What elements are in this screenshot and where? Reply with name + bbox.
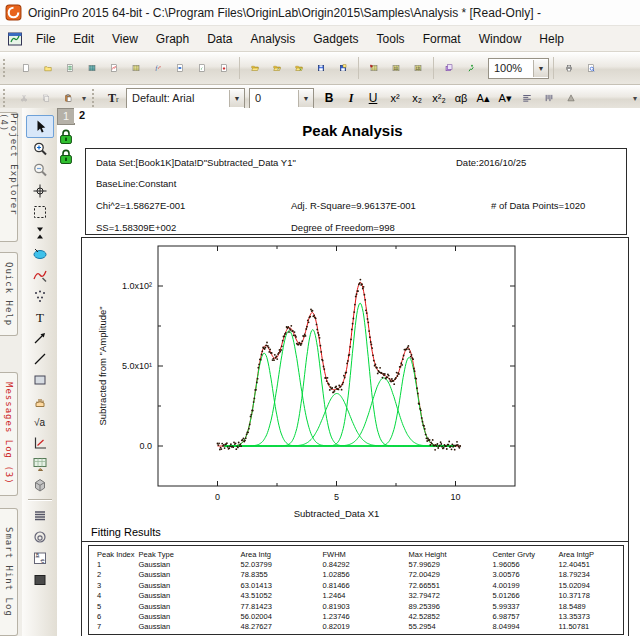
pan-hand-icon[interactable] bbox=[27, 390, 53, 411]
rotate-3d-icon[interactable] bbox=[27, 474, 53, 495]
italic-button[interactable]: I bbox=[340, 87, 362, 109]
save-icon[interactable] bbox=[310, 57, 332, 79]
font-name-value: Default: Arial bbox=[132, 92, 194, 104]
new-excel-icon[interactable] bbox=[125, 57, 147, 79]
screen-reader-icon[interactable] bbox=[27, 180, 53, 201]
unit-tool-icon[interactable]: BC bbox=[27, 547, 53, 568]
dock-tab-project-explorer[interactable]: Project Explorer (4) bbox=[0, 112, 18, 242]
menu-window[interactable]: Window bbox=[470, 29, 531, 49]
toolbar-grip[interactable] bbox=[92, 89, 98, 107]
lock-icon[interactable] bbox=[58, 148, 74, 166]
standard-toolbar-groups: f111121 bbox=[13, 57, 484, 79]
align-button[interactable] bbox=[516, 87, 538, 109]
font-color-button[interactable] bbox=[560, 87, 582, 109]
zoom-out-icon[interactable] bbox=[27, 159, 53, 180]
font-size-combobox[interactable]: 0 ▼ bbox=[249, 88, 314, 109]
underline-button[interactable]: U bbox=[362, 87, 384, 109]
new-template-icon[interactable] bbox=[213, 57, 235, 79]
greek-button[interactable]: αβ bbox=[450, 87, 472, 109]
toolbar-grip[interactable] bbox=[3, 89, 9, 107]
report-window: 1 2 Peak Analysis Data Set:[Book1K]Data!… bbox=[57, 108, 640, 636]
dock-tab-quick-help[interactable]: Quick Help bbox=[0, 252, 18, 336]
line-tool-icon[interactable] bbox=[27, 348, 53, 369]
rescale-tool-icon[interactable] bbox=[27, 432, 53, 453]
digitize-icon[interactable] bbox=[460, 57, 482, 79]
panel-list-icon[interactable] bbox=[27, 505, 53, 526]
super-subscript-button[interactable]: x²₂ bbox=[428, 87, 450, 109]
font-tool-icon[interactable]: Tr bbox=[102, 86, 126, 110]
menu-tools[interactable]: Tools bbox=[368, 29, 414, 49]
save-window-icon[interactable] bbox=[332, 57, 354, 79]
new-workbook-icon[interactable] bbox=[59, 57, 81, 79]
tools-toolbar: T√aBC bbox=[22, 108, 58, 636]
zoom-in-icon[interactable] bbox=[27, 138, 53, 159]
chevron-down-icon[interactable]: ▼ bbox=[533, 60, 548, 77]
menu-help[interactable]: Help bbox=[530, 29, 573, 49]
table-cell: 55.2954 bbox=[407, 622, 491, 632]
table-cell: 32.79472 bbox=[407, 591, 491, 601]
menu-format[interactable]: Format bbox=[414, 29, 470, 49]
import-multiple-icon[interactable]: 121 bbox=[407, 57, 429, 79]
print-preview-icon[interactable] bbox=[580, 57, 602, 79]
region-select-icon[interactable] bbox=[27, 201, 53, 222]
layer-tool-icon[interactable] bbox=[27, 453, 53, 474]
increase-font-button[interactable]: A▴ bbox=[472, 87, 494, 109]
report-page-tab-1[interactable]: 1 bbox=[57, 108, 75, 125]
report-page-tab-2[interactable]: 2 bbox=[74, 108, 90, 123]
subscript-button[interactable]: x₂ bbox=[406, 87, 428, 109]
new-graph-icon[interactable] bbox=[103, 57, 125, 79]
cut-icon[interactable] bbox=[13, 87, 35, 109]
chevron-down-icon[interactable]: ▼ bbox=[229, 90, 244, 107]
menu-file[interactable]: File bbox=[27, 29, 64, 49]
new-function-icon[interactable]: f bbox=[147, 57, 169, 79]
table-cell: Gaussian bbox=[137, 591, 239, 601]
copy-icon[interactable] bbox=[35, 87, 57, 109]
menu-analysis[interactable]: Analysis bbox=[242, 29, 305, 49]
new-layout-icon[interactable] bbox=[169, 57, 191, 79]
pointer-icon[interactable] bbox=[26, 115, 54, 138]
lock-icon[interactable] bbox=[58, 128, 74, 146]
print-icon[interactable] bbox=[558, 57, 580, 79]
table-cell: 0.84292 bbox=[321, 559, 407, 569]
duplicate-window-icon[interactable] bbox=[438, 57, 460, 79]
text-tool-icon[interactable]: T bbox=[27, 306, 53, 327]
superscript-button[interactable]: x² bbox=[384, 87, 406, 109]
menu-view[interactable]: View bbox=[103, 29, 147, 49]
toolbar-grip[interactable] bbox=[3, 59, 9, 77]
import-ascii-icon[interactable]: 111 bbox=[385, 57, 407, 79]
svg-text:10: 10 bbox=[450, 492, 460, 502]
vertical-text-button[interactable] bbox=[538, 87, 560, 109]
zoom-combobox[interactable]: 100% ▼ bbox=[488, 58, 549, 79]
vertical-move-icon[interactable] bbox=[27, 222, 53, 243]
dock-tab-messages-log[interactable]: Messages Log (3) bbox=[0, 372, 18, 496]
chevron-down-icon[interactable]: ▼ bbox=[298, 90, 313, 107]
rectangle-tool-icon[interactable] bbox=[27, 369, 53, 390]
toolbar-options-chevron-icon[interactable]: ▾ bbox=[630, 94, 640, 103]
font-name-combobox[interactable]: Default: Arial ▼ bbox=[126, 88, 245, 109]
arrow-tool-icon[interactable] bbox=[27, 327, 53, 348]
draw-data-icon[interactable] bbox=[27, 264, 53, 285]
new-notes-icon[interactable] bbox=[191, 57, 213, 79]
new-project-icon[interactable] bbox=[15, 57, 37, 79]
new-matrix-icon[interactable] bbox=[81, 57, 103, 79]
dock-tab-smart-hint-log[interactable]: Smart Hint Log bbox=[0, 508, 18, 636]
menu-edit[interactable]: Edit bbox=[64, 29, 103, 49]
open-excel-icon[interactable] bbox=[288, 57, 310, 79]
dark-tool-icon[interactable] bbox=[27, 568, 53, 589]
menu-data[interactable]: Data bbox=[198, 29, 241, 49]
spiral-tool-icon[interactable] bbox=[27, 526, 53, 547]
data-dots-icon[interactable] bbox=[27, 285, 53, 306]
new-folder-icon[interactable] bbox=[37, 57, 59, 79]
decrease-font-button[interactable]: A▾ bbox=[494, 87, 516, 109]
menu-graph[interactable]: Graph bbox=[147, 29, 198, 49]
open-template-icon[interactable] bbox=[266, 57, 288, 79]
paste-icon[interactable] bbox=[57, 87, 79, 109]
menu-gadgets[interactable]: Gadgets bbox=[304, 29, 367, 49]
system-menu-icon[interactable] bbox=[3, 27, 27, 51]
toolbar-options-chevron-icon[interactable]: ▾ bbox=[79, 94, 89, 103]
equation-icon[interactable]: √a bbox=[27, 411, 53, 432]
open-icon[interactable] bbox=[244, 57, 266, 79]
bold-button[interactable]: B bbox=[318, 87, 340, 109]
mask-ellipse-icon[interactable] bbox=[27, 243, 53, 264]
import-wizard-icon[interactable] bbox=[363, 57, 385, 79]
